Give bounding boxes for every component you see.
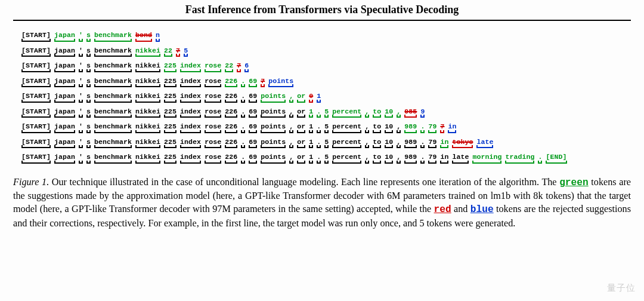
decode-line-3: [START]japan'sbenchmarknikkei225indexros… xyxy=(21,78,631,87)
token: to xyxy=(373,139,381,148)
token: 226 xyxy=(225,78,237,87)
token: [START] xyxy=(21,47,51,56)
token: [END] xyxy=(546,153,566,162)
caption-prefix: Figure 1. xyxy=(13,177,49,188)
token: rose xyxy=(205,93,221,102)
decode-line-8: [START]japan'sbenchmarknikkei225indexros… xyxy=(21,153,631,162)
green-label: green xyxy=(559,177,589,188)
token: , xyxy=(365,108,369,117)
token: 69 xyxy=(249,93,257,102)
token: 225 xyxy=(164,108,177,117)
token: japan xyxy=(54,153,75,162)
token: 225 xyxy=(164,139,177,148)
token: in xyxy=(448,123,456,132)
token: ' xyxy=(79,47,83,56)
token: japan xyxy=(54,93,75,102)
token: 226 xyxy=(225,139,237,148)
token: benchmark xyxy=(94,78,132,87)
token: 226 xyxy=(225,108,237,117)
token: index xyxy=(180,139,201,148)
token: or xyxy=(297,123,305,132)
token: japan xyxy=(54,47,75,56)
token: 7 xyxy=(261,78,265,87)
decode-line-2: [START]japan'sbenchmarknikkei225indexros… xyxy=(21,62,631,71)
token: 226 xyxy=(225,123,237,132)
token: points xyxy=(268,78,293,87)
token: rose xyxy=(205,108,221,117)
token: nikkei xyxy=(135,153,160,162)
token: 7 xyxy=(176,47,180,56)
token: [START] xyxy=(21,139,51,148)
token: s xyxy=(86,62,91,71)
token: , xyxy=(289,93,293,102)
token: ' xyxy=(79,153,83,162)
token: . xyxy=(241,78,245,87)
token: tokyo xyxy=(452,139,473,148)
token: benchmark xyxy=(94,153,132,162)
token: s xyxy=(86,93,91,102)
token: , xyxy=(397,139,401,148)
token: . xyxy=(420,153,425,162)
token: index xyxy=(180,153,201,162)
token: nikkei xyxy=(135,78,160,87)
token: points xyxy=(261,123,286,132)
token: . xyxy=(241,108,245,117)
token: 1 xyxy=(309,153,313,162)
token: rose xyxy=(205,123,221,132)
token: ' xyxy=(79,62,83,71)
token: 10 xyxy=(385,139,393,148)
decode-line-4: [START]japan'sbenchmarknikkei225indexros… xyxy=(21,93,631,102)
token: , xyxy=(289,123,293,132)
token: , xyxy=(397,123,401,132)
blue-label: blue xyxy=(470,204,494,215)
token: 69 xyxy=(249,78,257,87)
token: japan xyxy=(54,32,75,41)
token: percent xyxy=(332,108,361,117)
token: rose xyxy=(205,62,221,71)
token: japan xyxy=(54,78,75,87)
token: 22 xyxy=(225,62,233,71)
token: percent xyxy=(332,123,361,132)
token: ' xyxy=(79,108,83,117)
token: ' xyxy=(79,139,83,148)
token: 1 xyxy=(309,139,313,148)
token: benchmark xyxy=(94,108,132,117)
token: 69 xyxy=(249,153,257,162)
token: , xyxy=(289,108,293,117)
token: 69 xyxy=(249,123,257,132)
token: japan xyxy=(54,139,75,148)
token: 225 xyxy=(164,93,177,102)
token: benchmark xyxy=(94,32,132,41)
token: s xyxy=(86,139,91,148)
token: s xyxy=(86,32,91,41)
token: 10 xyxy=(385,123,393,132)
token: japan xyxy=(54,62,75,71)
token: . xyxy=(317,108,321,117)
token: [START] xyxy=(21,153,51,162)
token: 10 xyxy=(385,108,393,117)
token: 79 xyxy=(428,153,436,162)
token: 225 xyxy=(164,62,177,71)
token: ' xyxy=(79,123,83,132)
token: . xyxy=(420,123,425,132)
token: 6 xyxy=(244,62,249,71)
token: [START] xyxy=(21,93,51,102)
token: bond xyxy=(135,32,152,41)
token: 69 xyxy=(249,108,257,117)
token: , xyxy=(289,153,293,162)
token: 69 xyxy=(249,139,257,148)
token: nikkei xyxy=(135,139,160,148)
token: 0 xyxy=(309,93,313,102)
token: or xyxy=(297,153,305,162)
token: 1 xyxy=(317,93,321,102)
token: s xyxy=(86,108,91,117)
token: [START] xyxy=(21,32,51,41)
token: , xyxy=(365,123,369,132)
token: percent xyxy=(332,139,361,148)
decode-line-1: [START]japan'sbenchmarknikkei2275 xyxy=(21,47,631,56)
token: s xyxy=(86,153,91,162)
token: 5 xyxy=(324,123,329,132)
token: points xyxy=(261,153,286,162)
token: , xyxy=(365,153,369,162)
token: index xyxy=(180,62,201,71)
